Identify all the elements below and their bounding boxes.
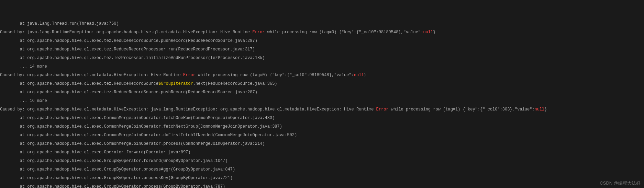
log-line: at org.apache.hadoop.hive.ql.exec.tez.Te…: [0, 56, 644, 60]
log-line: at org.apache.hadoop.hive.ql.exec.tez.Re…: [0, 47, 644, 52]
log-line: at org.apache.hadoop.hive.ql.exec.Common…: [0, 142, 644, 146]
null-word: null: [354, 73, 364, 78]
log-line: at org.apache.hadoop.hive.ql.exec.GroupB…: [0, 176, 644, 180]
null-word: null: [534, 107, 544, 112]
group-iterator: $GroupIterator: [158, 81, 193, 86]
log-line: at org.apache.hadoop.hive.ql.exec.Common…: [0, 125, 644, 129]
log-line: at org.apache.hadoop.hive.ql.exec.Common…: [0, 116, 644, 120]
error-word: Error: [376, 107, 389, 112]
log-line: at org.apache.hadoop.hive.ql.exec.Common…: [0, 133, 644, 138]
error-word: Error: [253, 30, 265, 35]
log-line: Caused by: org.apache.hadoop.hive.ql.met…: [0, 107, 644, 112]
log-line: at org.apache.hadoop.hive.ql.exec.tez.Re…: [0, 39, 644, 43]
log-line: Caused by: org.apache.hadoop.hive.ql.met…: [0, 73, 644, 78]
log-line: at org.apache.hadoop.hive.ql.exec.GroupB…: [0, 185, 644, 188]
log-line: at org.apache.hadoop.hive.ql.exec.tez.Re…: [0, 82, 644, 86]
null-word: null: [423, 30, 433, 35]
log-line: ... 14 more: [0, 64, 644, 69]
log-line: at org.apache.hadoop.hive.ql.exec.GroupB…: [0, 159, 644, 163]
log-line: Caused by: java.lang.RuntimeException: o…: [0, 30, 644, 35]
watermark: CSDN @编程大法好: [600, 181, 641, 186]
log-line: ... 16 more: [0, 99, 644, 103]
log-line: at org.apache.hadoop.hive.ql.exec.GroupB…: [0, 167, 644, 172]
log-line: at java.lang.Thread.run(Thread.java:750): [0, 22, 644, 26]
stacktrace-log: at java.lang.Thread.run(Thread.java:750)…: [0, 17, 644, 188]
log-line: at org.apache.hadoop.hive.ql.exec.Operat…: [0, 150, 644, 155]
error-word: Error: [183, 73, 196, 78]
log-line: at org.apache.hadoop.hive.ql.exec.tez.Re…: [0, 90, 644, 95]
